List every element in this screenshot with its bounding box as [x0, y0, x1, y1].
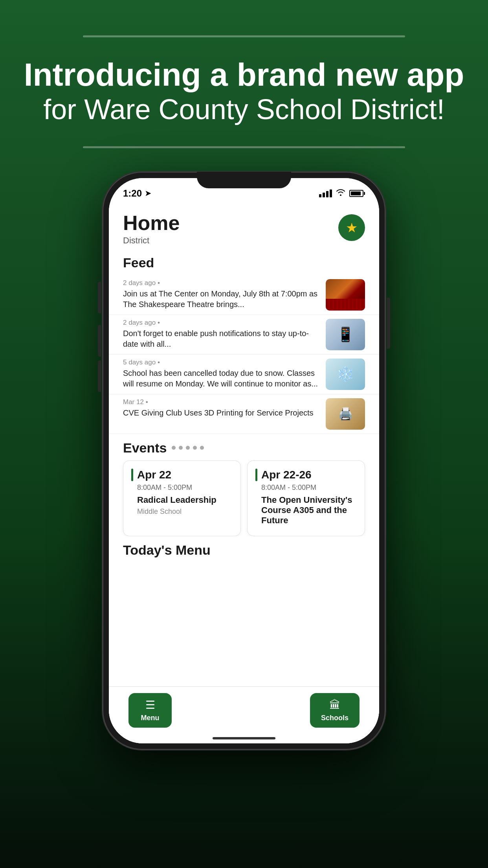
- headline-regular: for Ware County School District!: [24, 92, 464, 126]
- battery-icon: [349, 190, 363, 197]
- feed-meta: 5 days ago •: [123, 359, 319, 366]
- menu-nav-button[interactable]: ☰ Menu: [128, 693, 172, 728]
- feed-thumbnail: [326, 398, 365, 430]
- feed-item[interactable]: 2 days ago • Join us at The Center on Mo…: [109, 275, 379, 315]
- dot-5: [200, 446, 204, 450]
- status-icons: [319, 189, 363, 198]
- headline-bold: Introducing a brand new app: [24, 57, 464, 92]
- feed-section-title: Feed: [109, 252, 379, 275]
- status-time: 1:20 ➤: [123, 188, 151, 199]
- home-header: Home District ★: [109, 202, 379, 252]
- 3d-printing-image: [326, 398, 365, 430]
- event-location: Middle School: [131, 508, 233, 516]
- todays-menu-title: Today's Menu: [123, 542, 365, 558]
- events-pagination-dots: [172, 446, 204, 450]
- phone-mockup: 1:20 ➤: [103, 172, 385, 750]
- feed-meta: Mar 12 •: [123, 398, 319, 406]
- headline: Introducing a brand new app for Ware Cou…: [0, 57, 488, 127]
- menu-icon: ☰: [145, 699, 155, 712]
- location-arrow-icon: ➤: [145, 189, 151, 198]
- home-subtitle: District: [123, 235, 180, 246]
- event-card[interactable]: Apr 22 8:00AM - 5:00PM Radical Leadershi…: [123, 460, 241, 536]
- bottom-nav: ☰ Menu 🏛 Schools: [109, 686, 379, 743]
- event-date-bar: [131, 469, 133, 481]
- event-date-row: Apr 22: [131, 469, 233, 481]
- event-time: 8:00AM - 5:00PM: [131, 484, 233, 492]
- event-time: 8:00AM - 5:00PM: [255, 484, 357, 492]
- feed-text: 5 days ago • School has been cancelled t…: [123, 359, 319, 389]
- feed-thumbnail: [326, 319, 365, 350]
- feed-body: School has been cancelled today due to s…: [123, 368, 319, 389]
- schools-icon: 🏛: [329, 699, 340, 712]
- home-indicator: [213, 737, 275, 739]
- theater-image: [326, 279, 365, 311]
- menu-nav-label: Menu: [141, 714, 160, 722]
- dot-3: [186, 446, 190, 450]
- dot-1: [172, 446, 176, 450]
- feed-body: Don't forget to enable push notification…: [123, 328, 319, 349]
- phone-notch: [197, 172, 291, 188]
- home-title-group: Home District: [123, 211, 180, 246]
- feed-body: Join us at The Center on Monday, July 8t…: [123, 289, 319, 310]
- feed-body: CVE Giving Club Uses 3D Printing for Ser…: [123, 408, 319, 418]
- feed-item[interactable]: 2 days ago • Don't forget to enable push…: [109, 315, 379, 355]
- schools-nav-button[interactable]: 🏛 Schools: [310, 693, 360, 728]
- wifi-icon: [336, 189, 345, 198]
- favorites-button[interactable]: ★: [338, 214, 365, 241]
- dot-2: [179, 446, 183, 450]
- feed-meta: 2 days ago •: [123, 319, 319, 327]
- feed-meta: 2 days ago •: [123, 279, 319, 287]
- feed-thumbnail: [326, 359, 365, 390]
- feed-item[interactable]: Mar 12 • CVE Giving Club Uses 3D Printin…: [109, 394, 379, 434]
- events-cards: Apr 22 8:00AM - 5:00PM Radical Leadershi…: [109, 460, 379, 536]
- event-name: The Open University's Course A305 and th…: [255, 495, 357, 526]
- app-content: Home District ★ Feed 2 days ago •: [109, 202, 379, 743]
- time-display: 1:20: [123, 188, 142, 199]
- event-date-bar: [255, 469, 257, 481]
- phone-screen: 1:20 ➤: [109, 178, 379, 743]
- feed-text: 2 days ago • Join us at The Center on Mo…: [123, 279, 319, 310]
- phone-image: [326, 319, 365, 350]
- todays-menu-section: Today's Menu: [109, 536, 379, 561]
- phone-outer: 1:20 ➤: [103, 172, 385, 750]
- event-card[interactable]: Apr 22-26 8:00AM - 5:00PM The Open Unive…: [247, 460, 365, 536]
- top-divider: [83, 35, 405, 37]
- feed-text: Mar 12 • CVE Giving Club Uses 3D Printin…: [123, 398, 319, 418]
- star-icon: ★: [346, 220, 358, 235]
- dot-4: [193, 446, 197, 450]
- event-date: Apr 22-26: [261, 469, 312, 481]
- events-section-title: Events: [123, 440, 167, 456]
- signal-bars-icon: [319, 189, 332, 197]
- events-header: Events: [109, 434, 379, 460]
- event-date: Apr 22: [137, 469, 171, 481]
- snow-image: [326, 359, 365, 390]
- feed-thumbnail: [326, 279, 365, 311]
- feed-item[interactable]: 5 days ago • School has been cancelled t…: [109, 355, 379, 394]
- schools-nav-label: Schools: [321, 714, 349, 722]
- home-title: Home: [123, 211, 180, 235]
- event-date-row: Apr 22-26: [255, 469, 357, 481]
- feed-text: 2 days ago • Don't forget to enable push…: [123, 319, 319, 349]
- event-name: Radical Leadership: [131, 495, 233, 505]
- bottom-divider: [83, 146, 405, 148]
